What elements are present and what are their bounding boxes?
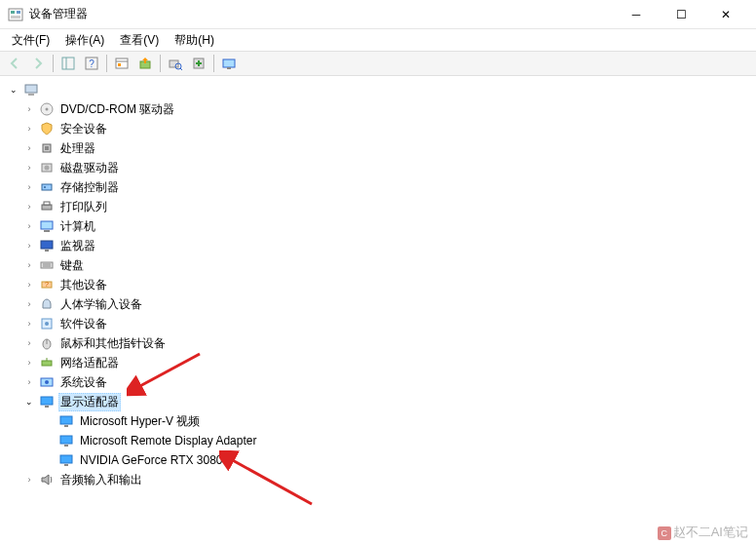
display-icon [39, 394, 55, 409]
toolbar: ? [0, 51, 756, 76]
category-label: 存储控制器 [58, 178, 121, 197]
svg-rect-19 [28, 94, 34, 96]
display-icon [58, 452, 74, 468]
svg-rect-34 [41, 262, 53, 268]
expander-icon[interactable]: › [21, 160, 37, 175]
menu-help[interactable]: 帮助(H) [167, 30, 222, 51]
svg-rect-26 [42, 184, 52, 190]
svg-point-46 [45, 380, 49, 384]
category-node[interactable]: ›DVD/CD-ROM 驱动器 [2, 99, 754, 119]
expander-icon[interactable]: › [21, 355, 37, 370]
category-label: 软件设备 [58, 315, 109, 333]
properties-button[interactable] [111, 53, 132, 74]
svg-rect-10 [118, 63, 121, 66]
expander-icon[interactable]: › [21, 257, 37, 273]
device-label: Microsoft Hyper-V 视频 [78, 412, 202, 431]
expander-icon[interactable]: › [21, 296, 37, 312]
category-node[interactable]: ›鼠标和其他指针设备 [2, 333, 754, 353]
shield-icon [39, 121, 55, 136]
hid-icon [39, 296, 55, 312]
disk-icon [39, 160, 55, 175]
category-node[interactable]: ›键盘 [2, 255, 754, 275]
category-node[interactable]: ›磁盘驱动器 [2, 158, 754, 177]
svg-rect-49 [60, 416, 72, 424]
category-node[interactable]: ›网络适配器 [2, 353, 754, 372]
forward-button[interactable] [27, 53, 49, 74]
expander-icon[interactable]: › [21, 101, 37, 117]
svg-rect-4 [62, 58, 74, 69]
toolbar-separator [213, 55, 214, 72]
category-node[interactable]: ›监视器 [2, 236, 754, 255]
maximize-button[interactable]: ☐ [659, 0, 703, 29]
expander-icon[interactable]: ⌄ [21, 394, 37, 409]
menu-action[interactable]: 操作(A) [57, 30, 112, 51]
window-controls: ─ ☐ ✕ [614, 0, 748, 29]
add-legacy-hardware-button[interactable] [188, 53, 209, 74]
svg-rect-31 [44, 230, 50, 232]
view-devices-button[interactable] [218, 53, 240, 74]
menu-view[interactable]: 查看(V) [112, 30, 167, 51]
category-node[interactable]: ›系统设备 [2, 372, 754, 392]
titlebar: 设备管理器 ─ ☐ ✕ [0, 0, 756, 29]
device-node[interactable]: Microsoft Remote Display Adapter [2, 431, 754, 450]
menu-file[interactable]: 文件(F) [4, 30, 57, 51]
watermark: C赵不二AI笔记 [658, 524, 748, 541]
computer-icon [23, 82, 39, 97]
svg-rect-16 [223, 59, 235, 67]
menubar: 文件(F) 操作(A) 查看(V) 帮助(H) [0, 29, 756, 51]
category-node[interactable]: ›计算机 [2, 216, 754, 236]
svg-point-40 [45, 322, 49, 326]
expander-icon[interactable]: ⌄ [6, 82, 21, 97]
category-label: 音频输入和输出 [58, 471, 144, 489]
expander-icon[interactable]: › [21, 121, 37, 136]
expander-icon[interactable]: › [21, 335, 37, 351]
update-driver-button[interactable] [134, 53, 156, 74]
expander-icon[interactable]: › [21, 277, 37, 292]
category-label: 处理器 [58, 139, 97, 158]
expander-icon[interactable]: › [21, 238, 37, 253]
svg-line-14 [180, 68, 182, 70]
expander-icon[interactable]: › [21, 218, 37, 234]
expander-icon[interactable]: › [21, 472, 37, 487]
svg-rect-2 [17, 11, 20, 14]
category-node[interactable]: ›人体学输入设备 [2, 294, 754, 314]
expander-icon[interactable]: › [21, 316, 37, 331]
category-node[interactable]: ›音频输入和输出 [2, 470, 754, 489]
category-label: 监视器 [58, 237, 97, 255]
scan-hardware-button[interactable] [165, 53, 186, 74]
help-button[interactable]: ? [81, 53, 102, 74]
category-label: 键盘 [58, 256, 86, 275]
close-button[interactable]: ✕ [703, 0, 748, 29]
category-node[interactable]: ›处理器 [2, 138, 754, 158]
svg-rect-48 [45, 406, 49, 408]
toolbar-separator [106, 55, 107, 72]
root-node[interactable]: ⌄ [2, 80, 754, 99]
expander-icon[interactable]: › [21, 374, 37, 390]
category-node[interactable]: ⌄显示适配器 [2, 392, 754, 411]
display-icon [58, 413, 74, 429]
software-icon [39, 316, 55, 331]
printer-icon [39, 199, 55, 214]
back-button[interactable] [4, 53, 25, 74]
expander-icon[interactable]: › [21, 199, 37, 214]
computer-icon [39, 218, 55, 234]
show-hide-console-tree-button[interactable] [57, 53, 79, 74]
device-tree[interactable]: ⌄ ›DVD/CD-ROM 驱动器›安全设备›处理器›磁盘驱动器›存储控制器›打… [0, 76, 756, 545]
category-label: 安全设备 [58, 120, 109, 138]
svg-point-27 [44, 186, 46, 188]
watermark-logo-icon: C [658, 526, 671, 540]
device-node[interactable]: NVIDIA GeForce RTX 3080 [2, 450, 754, 470]
category-node[interactable]: ›安全设备 [2, 119, 754, 138]
minimize-button[interactable]: ─ [614, 0, 659, 29]
root-label [43, 89, 47, 91]
device-node[interactable]: Microsoft Hyper-V 视频 [2, 411, 754, 431]
category-label: 网络适配器 [58, 354, 121, 372]
svg-rect-17 [227, 67, 231, 69]
expander-icon[interactable]: › [21, 179, 37, 195]
category-node[interactable]: ›打印队列 [2, 197, 754, 216]
svg-rect-47 [41, 397, 53, 405]
category-node[interactable]: ›软件设备 [2, 314, 754, 333]
expander-icon[interactable]: › [21, 140, 37, 156]
category-node[interactable]: ›?其他设备 [2, 275, 754, 294]
category-node[interactable]: ›存储控制器 [2, 177, 754, 197]
